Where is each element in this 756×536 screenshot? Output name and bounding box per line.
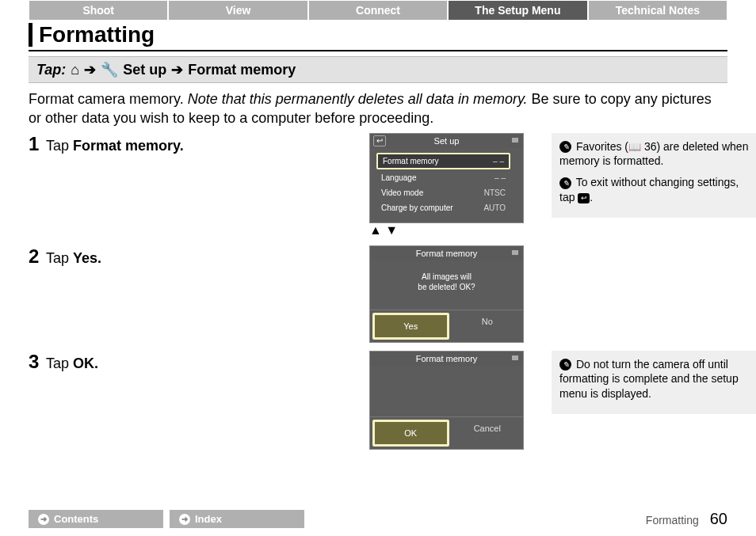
arrow-icon: ➔ xyxy=(171,61,183,78)
cam-header: Set up xyxy=(434,136,460,146)
setup-label: Set up xyxy=(123,62,166,78)
home-icon: ⌂ xyxy=(71,62,79,78)
cam-header: Format memory xyxy=(416,354,478,363)
intro-paragraph: Format camera memory. Note that this per… xyxy=(29,89,727,128)
up-arrow-icon[interactable]: ▲ xyxy=(369,223,382,237)
tab-shoot[interactable]: Shoot xyxy=(29,0,168,21)
cam-header: Format memory xyxy=(416,249,478,258)
index-button[interactable]: ➜ Index xyxy=(170,510,304,528)
battery-icon xyxy=(512,138,518,143)
down-arrow-icon[interactable]: ▼ xyxy=(385,223,398,237)
page-number: 60 xyxy=(710,510,727,528)
camera-screen-setup: ↩ Set up Format memory – – Language – – … xyxy=(369,133,536,238)
note-icon: ✎ xyxy=(559,177,571,189)
tab-technical-notes[interactable]: Technical Notes xyxy=(588,0,727,21)
step-2-text: 2 Tap Yes. xyxy=(29,245,353,268)
ok-button[interactable]: OK xyxy=(372,420,449,447)
battery-icon xyxy=(512,355,518,360)
menu-row-video-mode[interactable]: Video mode NTSC xyxy=(376,186,510,200)
top-tabs: Shoot View Connect The Setup Menu Techni… xyxy=(29,0,727,21)
title-accent-bar xyxy=(29,23,32,47)
side-note-3: ✎ Do not turn the camera off until forma… xyxy=(552,351,756,415)
tab-connect[interactable]: Connect xyxy=(308,0,448,21)
footer-topic: Formatting xyxy=(646,514,699,526)
page-title: Formatting xyxy=(39,22,155,48)
step-3-text: 3 Tap OK. xyxy=(29,351,353,373)
note-icon: ✎ xyxy=(559,359,571,371)
back-icon[interactable]: ↩ xyxy=(373,135,386,146)
cancel-button[interactable]: Cancel xyxy=(452,417,524,449)
wrench-icon: 🔧 xyxy=(101,61,118,78)
camera-screen-ok: Format memory OK Cancel xyxy=(369,351,524,450)
tab-setup-menu[interactable]: The Setup Menu xyxy=(448,0,587,21)
camera-screen-confirm: Format memory All images will be deleted… xyxy=(369,245,524,343)
side-note-1: ✎ Favorites (📖 36) are deleted when memo… xyxy=(552,133,756,219)
arrow-icon: ➔ xyxy=(84,61,96,78)
steps-grid: 1 Tap Format memory. ↩ Set up Format mem… xyxy=(29,133,727,450)
tap-label: Tap: xyxy=(36,62,66,78)
page-title-bar: Formatting xyxy=(29,22,727,51)
step-1-text: 1 Tap Format memory. xyxy=(29,133,353,155)
no-button[interactable]: No xyxy=(452,310,524,342)
scroll-arrows[interactable]: ▲ ▼ xyxy=(369,223,536,238)
format-memory-label: Format memory xyxy=(188,62,296,78)
note-icon: ✎ xyxy=(559,141,571,153)
book-icon: 📖 xyxy=(628,141,641,153)
battery-icon xyxy=(512,250,518,255)
menu-row-charge[interactable]: Charge by computer AUTO xyxy=(376,201,510,215)
breadcrumb-tap-strip: Tap: ⌂ ➔ 🔧 Set up ➔ Format memory xyxy=(29,56,727,83)
back-icon: ↩ xyxy=(578,193,590,203)
menu-row-language[interactable]: Language – – xyxy=(376,171,510,184)
contents-button[interactable]: ➜ Contents xyxy=(29,510,163,528)
arrow-circle-icon: ➜ xyxy=(38,514,49,525)
arrow-circle-icon: ➜ xyxy=(179,514,190,525)
tab-view[interactable]: View xyxy=(168,0,307,21)
footer: ➜ Contents ➜ Index Formatting 60 xyxy=(29,510,727,528)
yes-button[interactable]: Yes xyxy=(372,313,449,340)
confirm-message: All images will be deleted! OK? xyxy=(376,272,517,292)
menu-row-format-memory[interactable]: Format memory – – xyxy=(376,153,510,169)
